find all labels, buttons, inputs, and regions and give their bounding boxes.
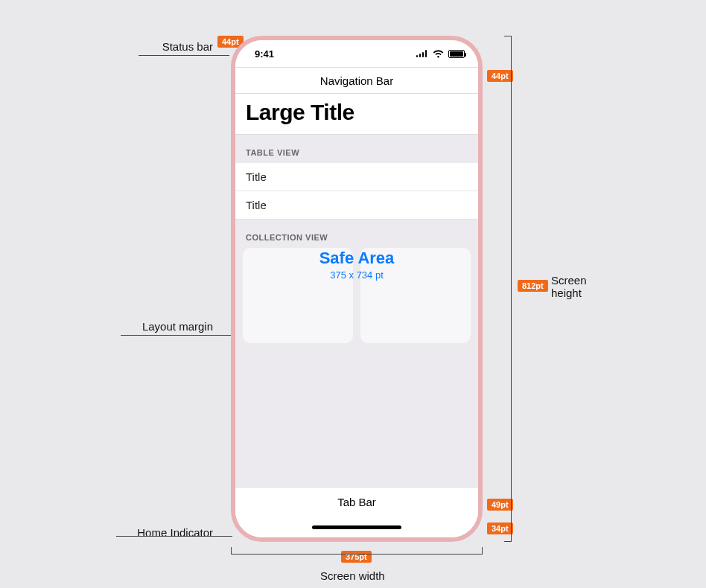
bracket-screen-width [231, 554, 483, 555]
collection-view [235, 248, 478, 343]
collection-view-header: COLLECTION VIEW [235, 220, 478, 248]
tab-bar: Tab Bar [235, 487, 478, 517]
wifi-icon [433, 50, 444, 58]
label-status-bar: Status bar [139, 40, 213, 53]
home-indicator[interactable] [312, 525, 401, 529]
table-row[interactable]: Title [235, 163, 478, 191]
dim-screen-height: 812pt [518, 280, 548, 292]
status-indicators [416, 50, 465, 58]
label-screen-height: Screen height [551, 274, 587, 299]
phone-frame: 9:41 Navigation Bar Large Title [231, 36, 483, 542]
table-row[interactable]: Title [235, 191, 478, 220]
dim-nav-bar: 44pt [487, 70, 513, 82]
tab-bar-title: Tab Bar [337, 496, 376, 508]
dim-screen-width: 375pt [341, 551, 372, 563]
nav-bar-title: Navigation Bar [320, 74, 393, 87]
status-time: 9:41 [255, 48, 274, 60]
status-bar: 9:41 [235, 40, 478, 67]
guide-statusbar [139, 55, 229, 56]
diagram-stage: Status bar Layout margin Home Indicator … [0, 0, 706, 588]
large-title: Large Title [246, 100, 468, 125]
cellular-icon [416, 50, 428, 57]
large-title-area: Large Title [235, 94, 478, 135]
phone-screen: 9:41 Navigation Bar Large Title [235, 40, 478, 537]
guide-homeindicator [116, 536, 232, 537]
guide-layoutmargin [121, 335, 235, 336]
table-view-header: TABLE VIEW [235, 135, 478, 163]
collection-card[interactable] [360, 248, 471, 343]
dim-home-indicator: 34pt [487, 523, 513, 534]
label-screen-width: Screen width [320, 569, 385, 582]
home-indicator-area [235, 517, 478, 537]
battery-icon [448, 50, 465, 58]
label-home-indicator: Home Indicator [116, 526, 213, 539]
label-layout-margin: Layout margin [121, 320, 213, 333]
bracket-screen-height [511, 36, 512, 542]
collection-card[interactable] [243, 248, 353, 343]
dim-tab-bar: 49pt [487, 499, 513, 511]
navigation-bar: Navigation Bar [235, 67, 478, 94]
